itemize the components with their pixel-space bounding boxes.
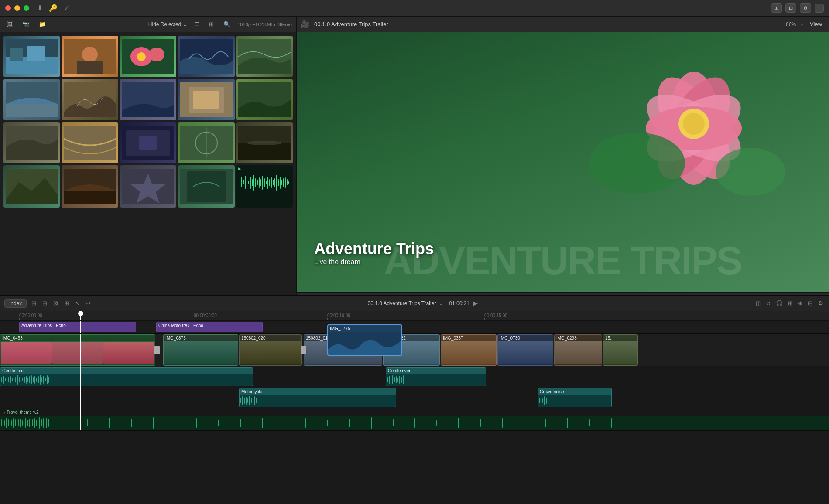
list-view-icon[interactable]: ☰: [192, 20, 202, 28]
svg-rect-29: [238, 143, 291, 160]
layout-btn-1[interactable]: ⊞: [771, 3, 782, 13]
skimming-button[interactable]: ⊟: [807, 299, 814, 308]
clip-adventure-trips-echo[interactable]: Adventure Trips - Echo: [19, 322, 136, 332]
svg-rect-114: [396, 376, 397, 383]
timeline-layout-1[interactable]: ⊞: [30, 299, 38, 308]
audio-meter-button[interactable]: ◫: [754, 299, 762, 308]
layout-btn-2[interactable]: ⊟: [785, 3, 796, 13]
svg-rect-184: [502, 418, 503, 428]
titlebar-icons: ⬇ 🔑 ✓: [37, 4, 69, 12]
download-icon[interactable]: ⬇: [37, 4, 43, 12]
media-item-img0367[interactable]: IMG_0367: [62, 36, 118, 77]
clip-label: Gentle rain: [0, 368, 253, 374]
media-item-img0453[interactable]: IMG_0453: [120, 36, 176, 77]
media-item-iceland494[interactable]: Iceland...00494: [3, 79, 60, 120]
timeline-nav-right[interactable]: ▶: [472, 299, 479, 308]
search-icon[interactable]: 🔍: [221, 20, 233, 28]
media-item-iceland000314[interactable]: Iceland...000314: [62, 79, 118, 120]
svg-rect-144: [13, 418, 14, 428]
media-item-b002[interactable]: B002_C...14TNas: [62, 165, 118, 208]
svg-rect-139: [4, 420, 5, 426]
audio-button[interactable]: ♫: [765, 299, 772, 308]
svg-rect-54: [267, 177, 268, 189]
media-item-iceland620a[interactable]: Iceland...00620a: [3, 122, 60, 163]
media-item-c004[interactable]: C004_C...5U6acs: [120, 165, 176, 208]
media-item-b025[interactable]: B025_C...21MEbs: [178, 122, 234, 163]
timeline-settings[interactable]: ⚙: [817, 299, 825, 308]
minimize-button[interactable]: [14, 5, 20, 11]
clip-150802-020[interactable]: 150802_020: [239, 334, 302, 366]
hide-rejected-control[interactable]: Hide Rejected ⌄: [148, 21, 187, 27]
magnetic-button[interactable]: ⊕: [797, 299, 804, 308]
media-item-travel-theme[interactable]: ▶: [236, 165, 293, 208]
blade-tool[interactable]: ✂: [85, 299, 92, 308]
svg-rect-186: [545, 419, 546, 427]
clip-travel-theme[interactable]: [0, 416, 829, 430]
clip-china-mototrek-echo[interactable]: China Moto-trek - Echo: [156, 322, 263, 332]
timeline-layout-3[interactable]: ⊠: [52, 299, 59, 308]
view-button[interactable]: View: [807, 20, 825, 28]
floating-clip-img1775[interactable]: IMG_1775: [327, 324, 402, 356]
media-item-img0730[interactable]: IMG_0730: [178, 36, 234, 77]
clip-label: IMG_0367: [441, 335, 496, 341]
svg-rect-165: [87, 419, 88, 426]
snap-button[interactable]: ⊞: [787, 299, 794, 308]
clip-img0453[interactable]: IMG_0453: [0, 334, 155, 366]
library-icon[interactable]: 🖼: [4, 20, 15, 28]
clip-crowd-noise[interactable]: Crowd noise: [538, 388, 612, 407]
settings-icon[interactable]: ⚙: [800, 3, 811, 13]
svg-rect-113: [394, 377, 395, 382]
media-item-c003[interactable]: C003_C...WZacs: [178, 165, 234, 208]
folder-icon[interactable]: 📁: [36, 20, 48, 28]
media-thumb: [3, 36, 60, 77]
photos-icon[interactable]: 📷: [20, 20, 32, 28]
close-button[interactable]: [5, 5, 11, 11]
timeline-project-chevron[interactable]: ⌄: [438, 300, 443, 306]
media-item-150731[interactable]: 150731_...00087a: [178, 79, 234, 120]
playhead-track-music-bottom: [80, 408, 81, 430]
svg-rect-142: [10, 419, 10, 427]
clip-more[interactable]: 15...: [603, 334, 638, 366]
clip-gentle-river[interactable]: Gentle river: [386, 367, 486, 386]
index-button[interactable]: Index: [4, 299, 27, 308]
svg-rect-177: [349, 419, 350, 427]
selection-tool[interactable]: ↖: [74, 299, 81, 308]
playhead-track-audio2: [80, 387, 81, 408]
playhead[interactable]: [80, 311, 81, 320]
clip-img0367[interactable]: IMG_0367: [441, 334, 497, 366]
timeline-layout-4[interactable]: ⊞: [63, 299, 70, 308]
headphones-button[interactable]: 🎧: [774, 299, 784, 308]
clip-img0298[interactable]: IMG_0298: [554, 334, 602, 366]
fullscreen-button[interactable]: [24, 5, 29, 11]
ruler-mark-0: 00:00:00:00: [19, 313, 42, 318]
filmstrip-icon[interactable]: ⊞: [206, 20, 216, 28]
svg-rect-161: [43, 418, 44, 428]
media-item-img0322[interactable]: IMG_0322: [3, 36, 60, 77]
zoom-chevron[interactable]: ⌄: [800, 21, 804, 27]
media-item-b009[interactable]: B009_C...187Vas: [120, 122, 176, 163]
key-icon[interactable]: 🔑: [49, 4, 58, 12]
clip-motorcycle[interactable]: Motorcycle: [239, 388, 396, 407]
timeline-layout-2[interactable]: ⊟: [41, 299, 48, 308]
media-item-img0873[interactable]: IMG_0873: [236, 36, 293, 77]
clip-img0730[interactable]: IMG_0730: [497, 334, 553, 366]
svg-rect-90: [19, 377, 20, 382]
clip-img0873[interactable]: IMG_0873: [163, 334, 238, 366]
clip-gentle-rain[interactable]: Gentle rain: [0, 367, 253, 386]
svg-rect-153: [29, 419, 30, 427]
svg-rect-158: [38, 419, 38, 427]
svg-rect-98: [33, 377, 34, 382]
media-item-b026[interactable]: B026_C...0521IXs: [236, 122, 293, 163]
media-item-a011[interactable]: A011_C...516BPs: [62, 122, 118, 163]
svg-rect-48: [257, 180, 258, 185]
svg-rect-123: [246, 397, 247, 405]
media-item-iceland462a[interactable]: Iceland...00462a: [236, 79, 293, 120]
hide-rejected-chevron: ⌄: [183, 21, 187, 27]
svg-rect-188: [589, 419, 590, 426]
share-icon[interactable]: ↑: [815, 4, 824, 13]
media-item-150730[interactable]: 150730_...v00083: [120, 79, 176, 120]
checkmark-icon[interactable]: ✓: [64, 4, 69, 12]
svg-rect-53: [266, 181, 267, 184]
svg-rect-22: [64, 126, 116, 160]
media-item-b028[interactable]: B028_C...21A6as: [3, 165, 60, 208]
